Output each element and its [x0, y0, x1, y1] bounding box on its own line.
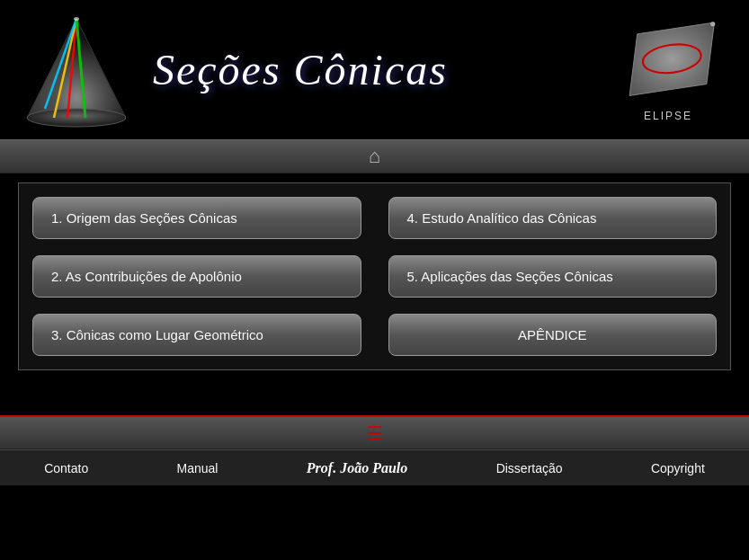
ellipse-figure: ELIPSE [614, 18, 722, 122]
header-left: Seções Cônicas [18, 12, 448, 129]
menu-grid: 1. Origem das Seções Cônicas 4. Estudo A… [32, 197, 717, 356]
bottom-nav-bar: ☰ [0, 415, 749, 449]
menu-item-3[interactable]: 3. Cônicas como Lugar Geométrico [32, 314, 361, 356]
menu-item-2[interactable]: 2. As Contribuições de Apolônio [32, 255, 361, 298]
app-title: Seções Cônicas [144, 45, 448, 94]
footer-prof[interactable]: Prof. João Paulo [307, 460, 407, 476]
main-content: 1. Origem das Seções Cônicas 4. Estudo A… [0, 173, 749, 379]
cone-graphic [18, 12, 135, 129]
menu-item-1[interactable]: 1. Origem das Seções Cônicas [32, 197, 361, 239]
svg-point-2 [27, 109, 126, 127]
bottom-spacer [0, 379, 749, 415]
svg-point-10 [710, 22, 715, 26]
menu-item-4[interactable]: 4. Estudo Analítico das Cônicas [388, 197, 718, 239]
menu-item-appendix[interactable]: APÊNDICE [388, 314, 718, 356]
hamburger-icon[interactable]: ☰ [367, 424, 383, 442]
top-nav-bar: ⌂ [0, 139, 749, 173]
ellipse-label: ELIPSE [644, 110, 692, 122]
menu-container: 1. Origem das Seções Cônicas 4. Estudo A… [18, 182, 731, 370]
menu-item-5[interactable]: 5. Aplicações das Seções Cônicas [388, 255, 718, 298]
footer-manual[interactable]: Manual [177, 461, 218, 476]
footer-copyright[interactable]: Copyright [651, 461, 705, 476]
svg-point-7 [74, 17, 79, 21]
home-icon[interactable]: ⌂ [369, 145, 380, 168]
footer-dissertacao[interactable]: Dissertação [496, 461, 563, 476]
footer-contato[interactable]: Contato [44, 461, 88, 476]
svg-marker-8 [629, 22, 714, 95]
header: Seções Cônicas ELIPSE [0, 0, 749, 139]
footer-links: Contato Manual Prof. João Paulo Disserta… [0, 449, 749, 485]
